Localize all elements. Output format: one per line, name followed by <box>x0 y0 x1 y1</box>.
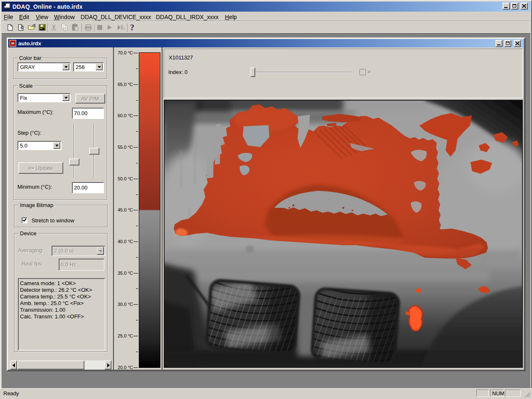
svg-text:IR: IR <box>11 42 15 45</box>
svg-text:?: ? <box>130 23 134 32</box>
svg-text:S: S <box>20 26 23 30</box>
svg-text:1: 1 <box>123 26 125 30</box>
